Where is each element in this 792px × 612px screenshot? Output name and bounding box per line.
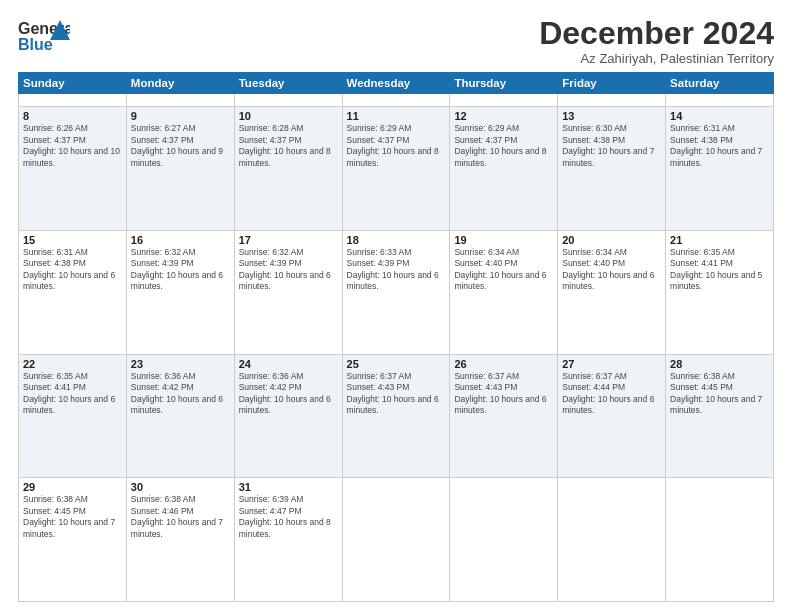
page: General Blue December 2024 Az Zahiriyah,… xyxy=(0,0,792,612)
calendar-cell: 12 Sunrise: 6:29 AMSunset: 4:37 PMDaylig… xyxy=(450,107,558,231)
day-info: Sunrise: 6:27 AMSunset: 4:37 PMDaylight:… xyxy=(131,123,230,169)
day-number: 17 xyxy=(239,234,338,246)
logo: General Blue xyxy=(18,16,70,60)
header-tuesday: Tuesday xyxy=(234,73,342,94)
weekday-header-row: Sunday Monday Tuesday Wednesday Thursday… xyxy=(19,73,774,94)
calendar-week-2: 8 Sunrise: 6:26 AMSunset: 4:37 PMDayligh… xyxy=(19,107,774,231)
day-info: Sunrise: 6:38 AMSunset: 4:45 PMDaylight:… xyxy=(23,494,122,540)
calendar-cell xyxy=(558,94,666,107)
day-info: Sunrise: 6:31 AMSunset: 4:38 PMDaylight:… xyxy=(23,247,122,293)
day-number: 30 xyxy=(131,481,230,493)
day-number: 12 xyxy=(454,110,553,122)
day-number: 18 xyxy=(347,234,446,246)
day-number: 20 xyxy=(562,234,661,246)
location-subtitle: Az Zahiriyah, Palestinian Territory xyxy=(539,51,774,66)
day-number: 9 xyxy=(131,110,230,122)
day-number: 27 xyxy=(562,358,661,370)
day-number: 28 xyxy=(670,358,769,370)
month-title: December 2024 xyxy=(539,16,774,51)
day-info: Sunrise: 6:31 AMSunset: 4:38 PMDaylight:… xyxy=(670,123,769,169)
calendar-cell: 24 Sunrise: 6:36 AMSunset: 4:42 PMDaylig… xyxy=(234,354,342,478)
calendar-cell xyxy=(342,94,450,107)
day-info: Sunrise: 6:34 AMSunset: 4:40 PMDaylight:… xyxy=(454,247,553,293)
calendar-cell xyxy=(342,478,450,602)
calendar-cell: 31 Sunrise: 6:39 AMSunset: 4:47 PMDaylig… xyxy=(234,478,342,602)
day-info: Sunrise: 6:38 AMSunset: 4:45 PMDaylight:… xyxy=(670,371,769,417)
svg-text:Blue: Blue xyxy=(18,36,53,53)
day-number: 31 xyxy=(239,481,338,493)
calendar-cell xyxy=(450,478,558,602)
calendar-cell: 18 Sunrise: 6:33 AMSunset: 4:39 PMDaylig… xyxy=(342,230,450,354)
header: General Blue December 2024 Az Zahiriyah,… xyxy=(18,16,774,66)
header-sunday: Sunday xyxy=(19,73,127,94)
day-info: Sunrise: 6:36 AMSunset: 4:42 PMDaylight:… xyxy=(239,371,338,417)
day-info: Sunrise: 6:28 AMSunset: 4:37 PMDaylight:… xyxy=(239,123,338,169)
calendar-cell: 17 Sunrise: 6:32 AMSunset: 4:39 PMDaylig… xyxy=(234,230,342,354)
day-info: Sunrise: 6:26 AMSunset: 4:37 PMDaylight:… xyxy=(23,123,122,169)
calendar-cell xyxy=(558,478,666,602)
calendar-cell: 19 Sunrise: 6:34 AMSunset: 4:40 PMDaylig… xyxy=(450,230,558,354)
calendar-week-3: 15 Sunrise: 6:31 AMSunset: 4:38 PMDaylig… xyxy=(19,230,774,354)
day-info: Sunrise: 6:29 AMSunset: 4:37 PMDaylight:… xyxy=(347,123,446,169)
day-number: 10 xyxy=(239,110,338,122)
calendar-week-1 xyxy=(19,94,774,107)
day-number: 8 xyxy=(23,110,122,122)
day-number: 15 xyxy=(23,234,122,246)
calendar-cell: 8 Sunrise: 6:26 AMSunset: 4:37 PMDayligh… xyxy=(19,107,127,231)
header-thursday: Thursday xyxy=(450,73,558,94)
day-number: 25 xyxy=(347,358,446,370)
calendar-cell xyxy=(450,94,558,107)
day-number: 19 xyxy=(454,234,553,246)
day-number: 24 xyxy=(239,358,338,370)
day-info: Sunrise: 6:36 AMSunset: 4:42 PMDaylight:… xyxy=(131,371,230,417)
calendar-cell: 22 Sunrise: 6:35 AMSunset: 4:41 PMDaylig… xyxy=(19,354,127,478)
day-number: 22 xyxy=(23,358,122,370)
calendar-cell: 27 Sunrise: 6:37 AMSunset: 4:44 PMDaylig… xyxy=(558,354,666,478)
day-info: Sunrise: 6:35 AMSunset: 4:41 PMDaylight:… xyxy=(23,371,122,417)
day-info: Sunrise: 6:37 AMSunset: 4:44 PMDaylight:… xyxy=(562,371,661,417)
calendar-cell: 29 Sunrise: 6:38 AMSunset: 4:45 PMDaylig… xyxy=(19,478,127,602)
title-block: December 2024 Az Zahiriyah, Palestinian … xyxy=(539,16,774,66)
calendar-week-5: 29 Sunrise: 6:38 AMSunset: 4:45 PMDaylig… xyxy=(19,478,774,602)
day-number: 14 xyxy=(670,110,769,122)
day-number: 21 xyxy=(670,234,769,246)
calendar-cell: 21 Sunrise: 6:35 AMSunset: 4:41 PMDaylig… xyxy=(666,230,774,354)
day-info: Sunrise: 6:38 AMSunset: 4:46 PMDaylight:… xyxy=(131,494,230,540)
calendar-cell: 14 Sunrise: 6:31 AMSunset: 4:38 PMDaylig… xyxy=(666,107,774,231)
calendar-cell: 30 Sunrise: 6:38 AMSunset: 4:46 PMDaylig… xyxy=(126,478,234,602)
calendar-cell xyxy=(666,478,774,602)
day-number: 16 xyxy=(131,234,230,246)
day-info: Sunrise: 6:33 AMSunset: 4:39 PMDaylight:… xyxy=(347,247,446,293)
day-info: Sunrise: 6:39 AMSunset: 4:47 PMDaylight:… xyxy=(239,494,338,540)
calendar-cell: 26 Sunrise: 6:37 AMSunset: 4:43 PMDaylig… xyxy=(450,354,558,478)
calendar-cell: 16 Sunrise: 6:32 AMSunset: 4:39 PMDaylig… xyxy=(126,230,234,354)
day-number: 13 xyxy=(562,110,661,122)
header-saturday: Saturday xyxy=(666,73,774,94)
day-number: 23 xyxy=(131,358,230,370)
day-info: Sunrise: 6:34 AMSunset: 4:40 PMDaylight:… xyxy=(562,247,661,293)
calendar-cell: 15 Sunrise: 6:31 AMSunset: 4:38 PMDaylig… xyxy=(19,230,127,354)
calendar-cell xyxy=(19,94,127,107)
calendar-cell: 28 Sunrise: 6:38 AMSunset: 4:45 PMDaylig… xyxy=(666,354,774,478)
day-info: Sunrise: 6:30 AMSunset: 4:38 PMDaylight:… xyxy=(562,123,661,169)
day-info: Sunrise: 6:35 AMSunset: 4:41 PMDaylight:… xyxy=(670,247,769,293)
day-info: Sunrise: 6:32 AMSunset: 4:39 PMDaylight:… xyxy=(131,247,230,293)
day-info: Sunrise: 6:32 AMSunset: 4:39 PMDaylight:… xyxy=(239,247,338,293)
calendar-cell: 25 Sunrise: 6:37 AMSunset: 4:43 PMDaylig… xyxy=(342,354,450,478)
day-info: Sunrise: 6:29 AMSunset: 4:37 PMDaylight:… xyxy=(454,123,553,169)
day-number: 26 xyxy=(454,358,553,370)
calendar-cell xyxy=(126,94,234,107)
day-number: 29 xyxy=(23,481,122,493)
day-info: Sunrise: 6:37 AMSunset: 4:43 PMDaylight:… xyxy=(347,371,446,417)
calendar-table: Sunday Monday Tuesday Wednesday Thursday… xyxy=(18,72,774,602)
calendar-cell: 20 Sunrise: 6:34 AMSunset: 4:40 PMDaylig… xyxy=(558,230,666,354)
header-friday: Friday xyxy=(558,73,666,94)
header-wednesday: Wednesday xyxy=(342,73,450,94)
day-number: 11 xyxy=(347,110,446,122)
calendar-cell: 13 Sunrise: 6:30 AMSunset: 4:38 PMDaylig… xyxy=(558,107,666,231)
calendar-week-4: 22 Sunrise: 6:35 AMSunset: 4:41 PMDaylig… xyxy=(19,354,774,478)
calendar-cell xyxy=(666,94,774,107)
header-monday: Monday xyxy=(126,73,234,94)
logo-icon: General Blue xyxy=(18,16,70,60)
calendar-cell: 23 Sunrise: 6:36 AMSunset: 4:42 PMDaylig… xyxy=(126,354,234,478)
